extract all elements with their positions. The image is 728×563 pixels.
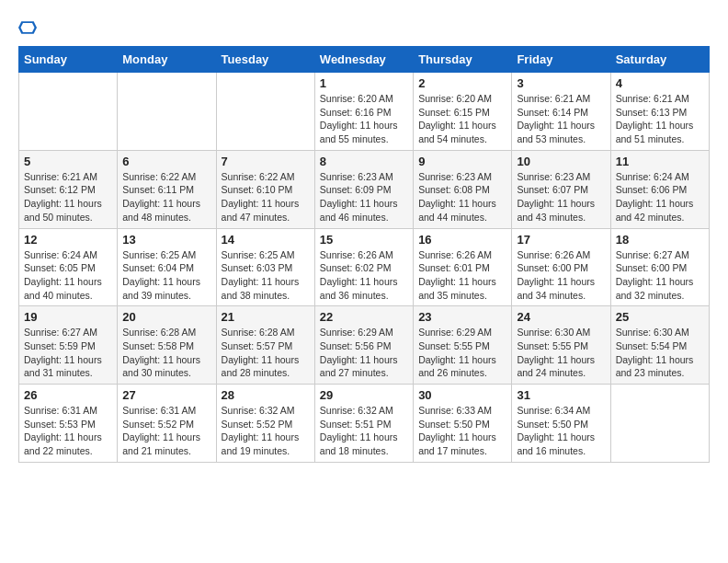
day-number: 6 xyxy=(122,155,210,168)
day-info: Sunrise: 6:21 AM Sunset: 6:14 PM Dayligh… xyxy=(517,92,605,146)
weekday-header-monday: Monday xyxy=(118,47,216,73)
day-info: Sunrise: 6:27 AM Sunset: 5:59 PM Dayligh… xyxy=(24,326,112,380)
day-info: Sunrise: 6:31 AM Sunset: 5:53 PM Dayligh… xyxy=(24,404,112,458)
calendar-cell: 28Sunrise: 6:32 AM Sunset: 5:52 PM Dayli… xyxy=(216,385,314,463)
weekday-header-thursday: Thursday xyxy=(414,47,512,73)
day-number: 29 xyxy=(320,388,408,402)
day-info: Sunrise: 6:20 AM Sunset: 6:16 PM Dayligh… xyxy=(320,92,408,146)
calendar-cell: 6Sunrise: 6:22 AM Sunset: 6:11 PM Daylig… xyxy=(118,150,216,228)
day-info: Sunrise: 6:24 AM Sunset: 6:05 PM Dayligh… xyxy=(24,248,112,303)
day-info: Sunrise: 6:24 AM Sunset: 6:06 PM Dayligh… xyxy=(616,170,704,224)
day-info: Sunrise: 6:28 AM Sunset: 5:58 PM Dayligh… xyxy=(122,326,210,380)
calendar-cell: 18Sunrise: 6:27 AM Sunset: 6:00 PM Dayli… xyxy=(610,228,709,306)
calendar-cell: 9Sunrise: 6:23 AM Sunset: 6:08 PM Daylig… xyxy=(414,150,512,228)
day-info: Sunrise: 6:26 AM Sunset: 6:01 PM Dayligh… xyxy=(418,248,506,303)
day-info: Sunrise: 6:26 AM Sunset: 6:00 PM Dayligh… xyxy=(517,248,605,303)
day-number: 15 xyxy=(320,233,408,247)
calendar-cell: 16Sunrise: 6:26 AM Sunset: 6:01 PM Dayli… xyxy=(414,228,512,306)
calendar-cell xyxy=(610,385,709,463)
day-info: Sunrise: 6:34 AM Sunset: 5:50 PM Dayligh… xyxy=(517,404,605,458)
weekday-header-saturday: Saturday xyxy=(610,47,709,73)
day-number: 25 xyxy=(616,310,704,324)
week-row-5: 26Sunrise: 6:31 AM Sunset: 5:53 PM Dayli… xyxy=(19,385,710,463)
calendar-cell xyxy=(19,73,118,151)
calendar-cell: 25Sunrise: 6:30 AM Sunset: 5:54 PM Dayli… xyxy=(610,306,709,385)
day-info: Sunrise: 6:26 AM Sunset: 6:02 PM Dayligh… xyxy=(320,248,408,303)
calendar-cell: 8Sunrise: 6:23 AM Sunset: 6:09 PM Daylig… xyxy=(314,150,413,228)
day-info: Sunrise: 6:21 AM Sunset: 6:12 PM Dayligh… xyxy=(24,170,112,224)
calendar-cell: 3Sunrise: 6:21 AM Sunset: 6:14 PM Daylig… xyxy=(512,73,610,151)
day-info: Sunrise: 6:30 AM Sunset: 5:54 PM Dayligh… xyxy=(616,326,704,380)
calendar-cell: 12Sunrise: 6:24 AM Sunset: 6:05 PM Dayli… xyxy=(19,228,118,306)
day-info: Sunrise: 6:30 AM Sunset: 5:55 PM Dayligh… xyxy=(517,326,605,380)
day-number: 13 xyxy=(122,233,210,247)
day-number: 7 xyxy=(222,155,310,168)
day-number: 23 xyxy=(418,310,506,324)
calendar-cell: 13Sunrise: 6:25 AM Sunset: 6:04 PM Dayli… xyxy=(118,228,216,306)
header xyxy=(18,18,710,37)
weekday-header-row: SundayMondayTuesdayWednesdayThursdayFrid… xyxy=(19,47,710,73)
day-number: 3 xyxy=(517,76,605,90)
calendar-cell: 5Sunrise: 6:21 AM Sunset: 6:12 PM Daylig… xyxy=(19,150,118,228)
calendar-cell: 1Sunrise: 6:20 AM Sunset: 6:16 PM Daylig… xyxy=(314,73,413,151)
calendar-cell: 24Sunrise: 6:30 AM Sunset: 5:55 PM Dayli… xyxy=(512,306,610,385)
week-row-4: 19Sunrise: 6:27 AM Sunset: 5:59 PM Dayli… xyxy=(19,306,710,385)
calendar-header: SundayMondayTuesdayWednesdayThursdayFrid… xyxy=(19,47,710,73)
day-number: 28 xyxy=(222,388,310,402)
day-info: Sunrise: 6:32 AM Sunset: 5:51 PM Dayligh… xyxy=(320,404,408,458)
day-number: 16 xyxy=(418,233,506,247)
day-info: Sunrise: 6:22 AM Sunset: 6:11 PM Dayligh… xyxy=(122,170,210,224)
day-info: Sunrise: 6:25 AM Sunset: 6:03 PM Dayligh… xyxy=(222,248,310,303)
weekday-header-friday: Friday xyxy=(512,47,610,73)
week-row-1: 1Sunrise: 6:20 AM Sunset: 6:16 PM Daylig… xyxy=(19,73,710,151)
calendar-body: 1Sunrise: 6:20 AM Sunset: 6:16 PM Daylig… xyxy=(19,73,710,463)
weekday-header-tuesday: Tuesday xyxy=(216,47,314,73)
day-info: Sunrise: 6:28 AM Sunset: 5:57 PM Dayligh… xyxy=(222,326,310,380)
day-info: Sunrise: 6:22 AM Sunset: 6:10 PM Dayligh… xyxy=(222,170,310,224)
weekday-header-sunday: Sunday xyxy=(19,47,118,73)
calendar-cell: 26Sunrise: 6:31 AM Sunset: 5:53 PM Dayli… xyxy=(19,385,118,463)
weekday-header-wednesday: Wednesday xyxy=(314,47,413,73)
day-info: Sunrise: 6:29 AM Sunset: 5:56 PM Dayligh… xyxy=(320,326,408,380)
calendar-cell: 30Sunrise: 6:33 AM Sunset: 5:50 PM Dayli… xyxy=(414,385,512,463)
calendar-cell: 31Sunrise: 6:34 AM Sunset: 5:50 PM Dayli… xyxy=(512,385,610,463)
calendar-cell: 10Sunrise: 6:23 AM Sunset: 6:07 PM Dayli… xyxy=(512,150,610,228)
day-number: 27 xyxy=(122,388,210,402)
calendar-cell: 15Sunrise: 6:26 AM Sunset: 6:02 PM Dayli… xyxy=(314,228,413,306)
day-number: 2 xyxy=(418,76,506,90)
day-number: 5 xyxy=(24,155,112,168)
day-info: Sunrise: 6:29 AM Sunset: 5:55 PM Dayligh… xyxy=(418,326,506,380)
day-number: 19 xyxy=(24,310,112,324)
day-number: 11 xyxy=(616,155,704,168)
day-number: 10 xyxy=(517,155,605,168)
day-number: 20 xyxy=(122,310,210,324)
day-info: Sunrise: 6:23 AM Sunset: 6:07 PM Dayligh… xyxy=(517,170,605,224)
logo xyxy=(18,18,39,37)
day-info: Sunrise: 6:23 AM Sunset: 6:08 PM Dayligh… xyxy=(418,170,506,224)
calendar-cell: 7Sunrise: 6:22 AM Sunset: 6:10 PM Daylig… xyxy=(216,150,314,228)
day-info: Sunrise: 6:31 AM Sunset: 5:52 PM Dayligh… xyxy=(122,404,210,458)
calendar-cell: 23Sunrise: 6:29 AM Sunset: 5:55 PM Dayli… xyxy=(414,306,512,385)
calendar-cell xyxy=(216,73,314,151)
calendar-cell xyxy=(118,73,216,151)
logo-icon xyxy=(18,18,37,37)
day-info: Sunrise: 6:33 AM Sunset: 5:50 PM Dayligh… xyxy=(418,404,506,458)
day-info: Sunrise: 6:27 AM Sunset: 6:00 PM Dayligh… xyxy=(616,248,704,303)
calendar-table: SundayMondayTuesdayWednesdayThursdayFrid… xyxy=(18,46,710,463)
svg-marker-1 xyxy=(21,23,35,32)
calendar-cell: 4Sunrise: 6:21 AM Sunset: 6:13 PM Daylig… xyxy=(610,73,709,151)
day-info: Sunrise: 6:20 AM Sunset: 6:15 PM Dayligh… xyxy=(418,92,506,146)
calendar-cell: 22Sunrise: 6:29 AM Sunset: 5:56 PM Dayli… xyxy=(314,306,413,385)
calendar-cell: 11Sunrise: 6:24 AM Sunset: 6:06 PM Dayli… xyxy=(610,150,709,228)
calendar-cell: 20Sunrise: 6:28 AM Sunset: 5:58 PM Dayli… xyxy=(118,306,216,385)
day-info: Sunrise: 6:32 AM Sunset: 5:52 PM Dayligh… xyxy=(222,404,310,458)
calendar-cell: 29Sunrise: 6:32 AM Sunset: 5:51 PM Dayli… xyxy=(314,385,413,463)
day-number: 17 xyxy=(517,233,605,247)
day-number: 8 xyxy=(320,155,408,168)
calendar-cell: 27Sunrise: 6:31 AM Sunset: 5:52 PM Dayli… xyxy=(118,385,216,463)
day-number: 12 xyxy=(24,233,112,247)
day-number: 31 xyxy=(517,388,605,402)
calendar-cell: 19Sunrise: 6:27 AM Sunset: 5:59 PM Dayli… xyxy=(19,306,118,385)
calendar-cell: 2Sunrise: 6:20 AM Sunset: 6:15 PM Daylig… xyxy=(414,73,512,151)
day-number: 18 xyxy=(616,233,704,247)
